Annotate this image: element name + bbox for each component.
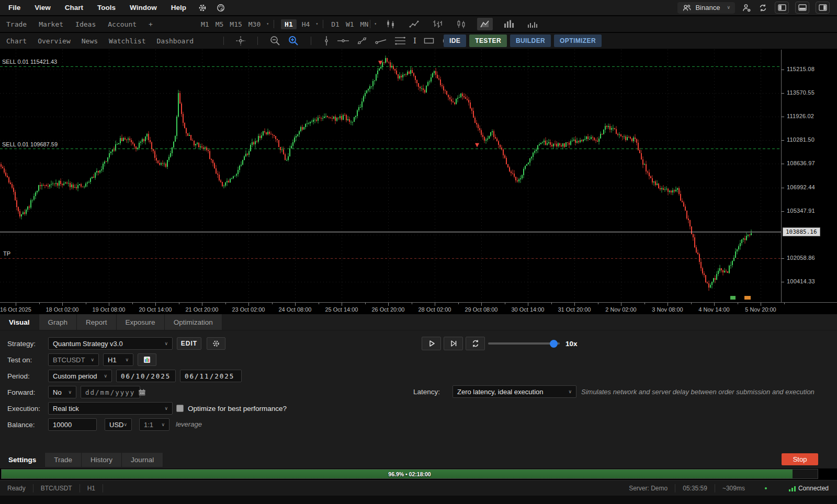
fib-retracement-tool-icon[interactable]: [394, 36, 406, 46]
tf-m30[interactable]: M30: [248, 20, 261, 28]
tester-tab-bar: Visual Graph Report Exposure Optimizatio…: [0, 314, 837, 330]
toggle-right-panel-button[interactable]: [816, 2, 830, 14]
tab-journal[interactable]: Journal: [122, 453, 163, 467]
latency-select[interactable]: Zero latency, ideal execution ∨: [453, 385, 576, 398]
tf-w1[interactable]: W1: [346, 20, 354, 28]
ray-tool-icon[interactable]: [375, 36, 387, 45]
tab-settings[interactable]: Settings: [0, 456, 44, 464]
nav-watchlist[interactable]: Watchlist: [109, 37, 145, 45]
play-button[interactable]: [422, 337, 441, 350]
restart-button[interactable]: [466, 337, 485, 350]
speed-slider[interactable]: [488, 342, 560, 345]
menu-view[interactable]: View: [35, 4, 51, 12]
mode-optimizer-button[interactable]: OPTIMIZER: [554, 35, 602, 47]
time-axis[interactable]: 16 Oct 202518 Oct 02:0019 Oct 08:0020 Oc…: [0, 302, 837, 314]
candlestick-chart[interactable]: SELL 0.01 115421.43 SELL 0.01 109687.59 …: [0, 50, 837, 314]
tf-d1[interactable]: D1: [331, 20, 340, 28]
optimize-checkbox-label[interactable]: Optimize for best performance?: [188, 405, 287, 413]
zoom-out-icon[interactable]: [269, 35, 281, 47]
date-to-input[interactable]: 06/11/2025: [180, 370, 242, 382]
forward-select[interactable]: No ∨: [48, 386, 76, 398]
vertical-line-tool-icon[interactable]: [323, 36, 330, 46]
dropdown-arrow-icon[interactable]: ▾: [266, 22, 269, 26]
horizontal-line-tool-icon[interactable]: [337, 36, 349, 46]
crosshair-icon[interactable]: [235, 36, 246, 46]
tab-report[interactable]: Report: [77, 314, 117, 330]
trend-line-tool-icon[interactable]: [356, 36, 368, 46]
mode-builder-button[interactable]: BUILDER: [510, 35, 551, 47]
user-settings-icon[interactable]: [741, 3, 752, 13]
toggle-left-panel-button[interactable]: [775, 2, 789, 14]
nav-chart[interactable]: Chart: [6, 37, 27, 45]
mode-ide-button[interactable]: IDE: [444, 35, 466, 47]
nav-dashboard[interactable]: Dashboard: [157, 37, 194, 45]
mode-tester-button[interactable]: TESTER: [469, 35, 507, 47]
ohlc-bars-icon[interactable]: [430, 18, 446, 30]
nav-account[interactable]: Account: [108, 20, 137, 28]
theme-palette-icon[interactable]: [216, 3, 225, 13]
candlestick-chart-icon[interactable]: [383, 18, 399, 30]
leverage-select[interactable]: 1:1 ∨: [139, 418, 169, 431]
tab-history[interactable]: History: [82, 453, 122, 467]
symbol-select[interactable]: BTCUSDT ∨: [48, 353, 99, 366]
tf-h1-active[interactable]: H1: [281, 19, 297, 29]
tab-optimization[interactable]: Optimization: [165, 314, 222, 330]
connection-status[interactable]: Connected: [789, 485, 837, 492]
execution-select[interactable]: Real tick ∨: [48, 402, 173, 415]
strategy-select[interactable]: Quantum Strategy v3.0 ∨: [48, 337, 173, 350]
hollow-candles-icon[interactable]: [454, 18, 469, 30]
calendar-icon[interactable]: [138, 388, 146, 396]
speed-slider-thumb[interactable]: [550, 340, 558, 348]
date-from-input[interactable]: 06/10/2025: [116, 370, 176, 382]
status-symbol[interactable]: BTC/USDT: [33, 484, 80, 492]
symbol-info-button[interactable]: [138, 353, 156, 366]
histogram-icon[interactable]: [501, 18, 516, 30]
nav-overview[interactable]: Overview: [38, 37, 71, 45]
menu-help[interactable]: Help: [171, 4, 186, 12]
forward-date-input[interactable]: dd/mm/yyyy: [81, 386, 140, 398]
stop-button[interactable]: Stop: [782, 453, 818, 465]
balance-input[interactable]: 10000: [48, 418, 97, 431]
volume-bars-icon[interactable]: [524, 18, 540, 30]
rectangle-tool-icon[interactable]: [423, 36, 435, 45]
order-line-label[interactable]: SELL 0.01 115421.43: [2, 59, 57, 65]
period-select[interactable]: Custom period ∨: [48, 370, 112, 382]
step-forward-button[interactable]: [444, 337, 463, 350]
area-chart-icon[interactable]: [477, 18, 493, 30]
tab-exposure[interactable]: Exposure: [117, 314, 165, 330]
tf-h4[interactable]: H4: [302, 20, 310, 28]
tf-m5[interactable]: M5: [216, 20, 224, 28]
nav-news[interactable]: News: [82, 37, 98, 45]
tab-trade[interactable]: Trade: [44, 453, 82, 467]
nav-trade[interactable]: Trade: [6, 20, 27, 28]
menu-tools[interactable]: Tools: [97, 4, 116, 12]
tf-m15[interactable]: M15: [230, 20, 242, 28]
price-axis[interactable]: 103885.16 115215.08113570.55111926.02110…: [781, 50, 837, 302]
text-tool-icon[interactable]: I: [413, 36, 416, 45]
settings-gear-icon[interactable]: [198, 3, 207, 13]
strategy-settings-button[interactable]: [207, 337, 225, 350]
sync-icon[interactable]: [758, 3, 768, 13]
tf-m1[interactable]: M1: [201, 20, 209, 28]
zoom-in-icon[interactable]: [288, 35, 299, 47]
tp-line-label[interactable]: TP: [3, 250, 10, 257]
tab-visual[interactable]: Visual: [0, 314, 39, 330]
menu-file[interactable]: File: [8, 4, 20, 12]
edit-strategy-button[interactable]: EDIT: [177, 337, 201, 350]
dropdown-arrow-icon[interactable]: ▾: [315, 22, 318, 26]
nav-market[interactable]: Market: [39, 20, 63, 28]
optimize-checkbox[interactable]: [176, 405, 184, 412]
time-axis-label: 2 Nov 02:00: [605, 306, 636, 313]
account-selector[interactable]: Binance ∨: [677, 2, 735, 14]
nav-add-tab[interactable]: +: [149, 20, 153, 28]
order-line-label[interactable]: SELL 0.01 109687.59: [2, 141, 58, 147]
timeframe-select[interactable]: H1 ∨: [103, 353, 133, 366]
toggle-bottom-panel-button[interactable]: [795, 2, 809, 14]
nav-ideas[interactable]: Ideas: [75, 20, 96, 28]
menu-chart[interactable]: Chart: [65, 4, 83, 12]
tab-graph[interactable]: Graph: [39, 314, 77, 330]
status-timeframe[interactable]: H1: [80, 484, 103, 492]
menu-window[interactable]: Window: [130, 4, 157, 12]
currency-select[interactable]: USD ∨: [105, 418, 132, 431]
line-chart-icon[interactable]: [406, 18, 422, 30]
